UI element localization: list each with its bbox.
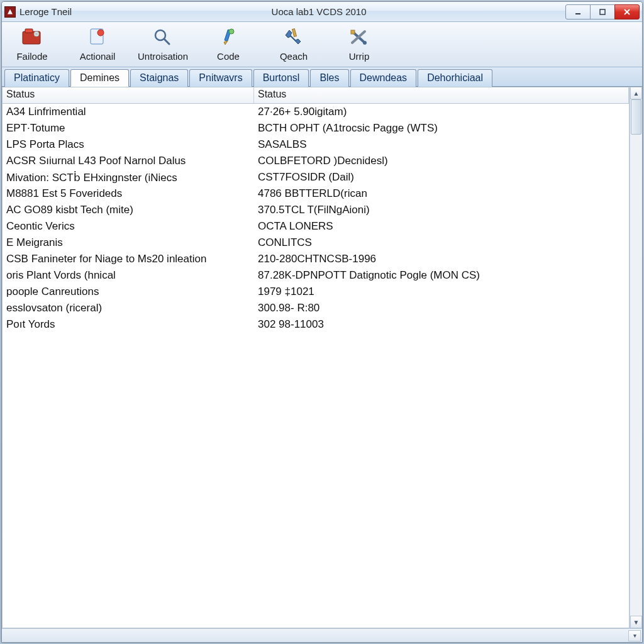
table-body: A34 Linfrimential27·26+ 5.90igitam)EPT·T… <box>3 104 629 628</box>
table-header: Status Status <box>3 87 629 104</box>
toolbar-label: Actionail <box>80 51 116 62</box>
toolbar-code[interactable]: Code <box>203 26 253 62</box>
cell-status-1: Mivation: SCTḃ EHxingnster (iNiecs <box>3 170 254 185</box>
cell-status-1: ACSR Sıiurnal L43 Poof Narnol Dalus <box>3 154 254 168</box>
cell-status-1: AC GO89 kisbt Tech (mite) <box>3 203 254 217</box>
cell-status-1: poople Canreutions <box>3 285 254 299</box>
cell-status-1: M8881 Est 5 Foverideds <box>3 187 254 201</box>
svg-line-11 <box>164 39 169 44</box>
cell-status-1: EPT·Totume <box>3 121 254 135</box>
toolbar-label: Failode <box>16 51 47 62</box>
scroll-down-button[interactable]: ▼ <box>630 616 642 628</box>
toolbar-label: Code <box>217 51 240 62</box>
toolbar-label: Qeach <box>280 51 308 62</box>
app-icon <box>4 6 16 18</box>
cell-status-2: 210-280CHTNCSB-1996 <box>254 252 629 266</box>
cell-status-1: LPS Porta Placs <box>3 138 254 152</box>
table-row[interactable]: M8881 Est 5 Foverideds4786 BBTTERLD(rica… <box>3 186 629 202</box>
tools-cross-icon <box>348 26 370 48</box>
cell-status-2: 370.5TCL T(FilNgAioni) <box>254 203 629 217</box>
cell-status-1: A34 Linfrimential <box>3 105 254 119</box>
tab-demines[interactable]: Demines <box>70 69 129 87</box>
tab-staignas[interactable]: Staignas <box>130 69 188 87</box>
pencil-icon <box>217 26 240 48</box>
svg-point-9 <box>97 30 104 36</box>
cell-status-2: 1979 ‡1021 <box>254 285 629 299</box>
toolbar-urrip[interactable]: Urrip <box>334 26 384 62</box>
cell-status-2: CST7FOSIDR (Dail) <box>254 170 629 184</box>
svg-point-19 <box>363 41 367 45</box>
column-header-1[interactable]: Status <box>3 87 254 103</box>
table-row[interactable]: Poıt Yords302 98-11003 <box>3 316 629 333</box>
toolbar-actionail[interactable]: Actionail <box>72 26 123 62</box>
tab-dewndeas[interactable]: Dewndeas <box>350 69 417 87</box>
svg-point-14 <box>229 29 234 34</box>
table-row[interactable]: CSB Fanineter for Niage to Ms20 inleatio… <box>3 251 629 267</box>
status-bar: ▾ <box>2 628 642 642</box>
wrench-icon <box>282 26 305 48</box>
table-row[interactable]: AC GO89 kisbt Tech (mite)370.5TCL T(FilN… <box>3 202 629 218</box>
svg-rect-15 <box>292 29 297 37</box>
folder-red-icon <box>21 26 43 48</box>
minimize-icon <box>574 8 582 16</box>
minimize-button[interactable] <box>565 4 591 19</box>
scroll-thumb[interactable] <box>631 99 641 135</box>
toolbar-qeach[interactable]: Qeach <box>269 26 319 62</box>
tab-burtonsl[interactable]: Burtonsl <box>253 69 309 87</box>
table-row[interactable]: oris Plant Vords (hnical87.28K-DPNPOTT D… <box>3 267 629 284</box>
svg-rect-18 <box>351 30 355 34</box>
table-row[interactable]: poople Canreutions1979 ‡1021 <box>3 284 629 300</box>
cell-status-2: COLBFETORD )Decnidesl) <box>254 154 629 168</box>
titlebar: Leroge Tneil Uoca lab1 VCDS 2010 <box>2 2 642 22</box>
cell-status-2: BCTH OPHT (A1trocsic Pagge (WTS) <box>254 121 629 135</box>
maximize-icon <box>599 8 606 16</box>
cell-status-1: Poıt Yords <box>3 318 254 331</box>
scroll-track[interactable] <box>630 99 642 616</box>
table-row[interactable]: esslovsaton (riceral)300.98- R:80 <box>3 300 629 316</box>
toolbar-failode[interactable]: Failode <box>7 26 57 62</box>
data-table: Status Status A34 Linfrimential27·26+ 5.… <box>2 87 630 628</box>
app-name: Leroge Tneil <box>19 6 72 17</box>
table-row[interactable]: A34 Linfrimential27·26+ 5.90igitam) <box>3 104 629 120</box>
cell-status-1: CSB Fanineter for Niage to Ms20 inleatio… <box>3 252 254 266</box>
tabbar: Platinaticy Demines Staignas Pnitwavrs B… <box>2 67 642 87</box>
table-row[interactable]: Mivation: SCTḃ EHxingnster (iNiecsCST7FO… <box>3 169 629 186</box>
svg-rect-1 <box>600 9 605 14</box>
svg-marker-13 <box>224 41 228 45</box>
toolbar: Failode Actionail Untroisation Code Qeac… <box>2 22 642 67</box>
scroll-right-button[interactable]: ▾ <box>628 630 641 641</box>
scroll-up-button[interactable]: ▲ <box>630 87 642 99</box>
svg-rect-7 <box>35 33 38 35</box>
cell-status-2: 4786 BBTTERLD(rican <box>254 187 629 201</box>
tab-pnitwavrs[interactable]: Pnitwavrs <box>189 69 252 87</box>
toolbar-label: Untroisation <box>138 51 188 62</box>
cell-status-2: 87.28K-DPNPOTT Datignotic Pogle (MON CS) <box>254 269 629 282</box>
tab-bles[interactable]: Bles <box>310 69 348 87</box>
document-icon <box>86 26 109 48</box>
cell-status-1: E Meigranis <box>3 236 254 250</box>
close-button[interactable] <box>614 4 640 19</box>
svg-rect-5 <box>25 29 33 33</box>
cell-status-2: 300.98- R:80 <box>254 301 629 315</box>
cell-status-2: SASALBS <box>254 138 629 152</box>
window-title: Uoca lab1 VCDS 2010 <box>72 6 566 17</box>
app-window: Leroge Tneil Uoca lab1 VCDS 2010 Failode <box>1 1 643 643</box>
table-row[interactable]: LPS Porta PlacsSASALBS <box>3 136 629 153</box>
toolbar-untroisation[interactable]: Untroisation <box>138 26 188 62</box>
cell-status-2: CONLITCS <box>254 236 629 250</box>
toolbar-label: Urrip <box>349 51 370 62</box>
tab-platinaticy[interactable]: Platinaticy <box>4 69 69 87</box>
table-row[interactable]: ACSR Sıiurnal L43 Poof Narnol DalusCOLBF… <box>3 153 629 169</box>
table-row[interactable]: Ceontic VericsOCTA LONERS <box>3 218 629 235</box>
table-row[interactable]: EPT·TotumeBCTH OPHT (A1trocsic Pagge (WT… <box>3 120 629 136</box>
column-header-2[interactable]: Status <box>254 87 629 103</box>
vertical-scrollbar[interactable]: ▲ ▼ <box>630 87 642 628</box>
magnifier-icon <box>152 26 174 48</box>
cell-status-1: Ceontic Verics <box>3 219 254 233</box>
table-row[interactable]: E MeigranisCONLITCS <box>3 235 629 251</box>
cell-status-1: esslovsaton (riceral) <box>3 301 254 315</box>
maximize-button[interactable] <box>590 4 615 19</box>
cell-status-2: 27·26+ 5.90igitam) <box>254 105 629 119</box>
content-area: Status Status A34 Linfrimential27·26+ 5.… <box>2 87 642 628</box>
tab-dehorhiciaal[interactable]: Dehorhiciaal <box>418 69 492 87</box>
